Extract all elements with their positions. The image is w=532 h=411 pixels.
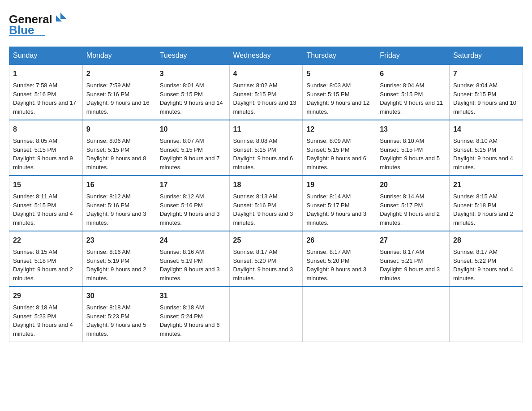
calendar-day-cell: 24Sunrise: 8:16 AMSunset: 5:19 PMDayligh…	[156, 231, 229, 287]
logo: General Blue	[9, 9, 67, 38]
day-info: Sunrise: 8:14 AMSunset: 5:17 PMDaylight:…	[306, 193, 366, 226]
day-number: 2	[86, 68, 152, 79]
day-info: Sunrise: 8:10 AMSunset: 5:15 PMDaylight:…	[380, 137, 440, 171]
day-number: 26	[306, 235, 372, 246]
day-info: Sunrise: 7:58 AMSunset: 5:16 PMDaylight:…	[13, 82, 76, 115]
day-info: Sunrise: 8:17 AMSunset: 5:20 PMDaylight:…	[233, 248, 293, 282]
day-number: 16	[86, 180, 152, 190]
weekday-header-saturday: Saturday	[450, 47, 523, 65]
calendar-day-cell	[303, 287, 376, 342]
day-info: Sunrise: 8:18 AMSunset: 5:24 PMDaylight:…	[160, 304, 220, 337]
day-info: Sunrise: 8:15 AMSunset: 5:18 PMDaylight:…	[453, 193, 513, 226]
calendar-day-cell: 3Sunrise: 8:01 AMSunset: 5:15 PMDaylight…	[156, 64, 229, 120]
weekday-header-row: SundayMondayTuesdayWednesdayThursdayFrid…	[9, 47, 523, 65]
calendar-day-cell: 9Sunrise: 8:06 AMSunset: 5:15 PMDaylight…	[82, 120, 156, 176]
calendar-day-cell: 14Sunrise: 8:10 AMSunset: 5:15 PMDayligh…	[450, 120, 523, 176]
calendar-day-cell: 18Sunrise: 8:13 AMSunset: 5:16 PMDayligh…	[229, 176, 303, 231]
day-number: 14	[453, 124, 519, 135]
calendar-day-cell: 8Sunrise: 8:05 AMSunset: 5:15 PMDaylight…	[9, 120, 83, 176]
day-number: 23	[86, 235, 152, 246]
calendar-day-cell: 29Sunrise: 8:18 AMSunset: 5:23 PMDayligh…	[9, 287, 83, 342]
day-info: Sunrise: 8:04 AMSunset: 5:15 PMDaylight:…	[380, 82, 443, 115]
day-info: Sunrise: 8:16 AMSunset: 5:19 PMDaylight:…	[160, 248, 220, 282]
calendar-day-cell: 6Sunrise: 8:04 AMSunset: 5:15 PMDaylight…	[376, 64, 450, 120]
day-info: Sunrise: 8:18 AMSunset: 5:23 PMDaylight:…	[86, 304, 146, 337]
day-info: Sunrise: 8:06 AMSunset: 5:15 PMDaylight:…	[86, 137, 146, 171]
day-number: 25	[233, 235, 299, 246]
calendar-day-cell: 7Sunrise: 8:04 AMSunset: 5:15 PMDaylight…	[450, 64, 523, 120]
svg-text:Blue: Blue	[9, 23, 34, 36]
day-number: 12	[306, 124, 372, 135]
day-number: 18	[233, 180, 299, 190]
calendar-week-row: 15Sunrise: 8:11 AMSunset: 5:15 PMDayligh…	[9, 176, 523, 231]
calendar-day-cell: 19Sunrise: 8:14 AMSunset: 5:17 PMDayligh…	[303, 176, 376, 231]
day-info: Sunrise: 8:09 AMSunset: 5:15 PMDaylight:…	[306, 137, 366, 171]
day-number: 30	[86, 291, 152, 301]
day-info: Sunrise: 8:02 AMSunset: 5:15 PMDaylight:…	[233, 82, 296, 115]
day-info: Sunrise: 8:10 AMSunset: 5:15 PMDaylight:…	[453, 137, 513, 171]
calendar-day-cell: 30Sunrise: 8:18 AMSunset: 5:23 PMDayligh…	[82, 287, 156, 342]
day-number: 28	[453, 235, 519, 246]
day-number: 6	[380, 68, 446, 79]
calendar-table: SundayMondayTuesdayWednesdayThursdayFrid…	[9, 47, 523, 342]
day-info: Sunrise: 8:17 AMSunset: 5:21 PMDaylight:…	[380, 248, 440, 282]
day-number: 4	[233, 68, 299, 79]
weekday-header-thursday: Thursday	[303, 47, 376, 65]
calendar-day-cell: 31Sunrise: 8:18 AMSunset: 5:24 PMDayligh…	[156, 287, 229, 342]
calendar-day-cell: 21Sunrise: 8:15 AMSunset: 5:18 PMDayligh…	[450, 176, 523, 231]
weekday-header-tuesday: Tuesday	[156, 47, 229, 65]
day-number: 9	[86, 124, 152, 135]
day-number: 8	[13, 124, 79, 135]
day-number: 1	[13, 68, 79, 79]
day-info: Sunrise: 8:13 AMSunset: 5:16 PMDaylight:…	[233, 193, 293, 226]
day-info: Sunrise: 8:04 AMSunset: 5:15 PMDaylight:…	[453, 82, 516, 115]
day-info: Sunrise: 8:11 AMSunset: 5:15 PMDaylight:…	[13, 193, 73, 226]
day-info: Sunrise: 8:12 AMSunset: 5:16 PMDaylight:…	[160, 193, 220, 226]
calendar-day-cell: 12Sunrise: 8:09 AMSunset: 5:15 PMDayligh…	[303, 120, 376, 176]
day-number: 31	[160, 291, 226, 301]
day-info: Sunrise: 8:05 AMSunset: 5:15 PMDaylight:…	[13, 137, 73, 171]
weekday-header-monday: Monday	[82, 47, 156, 65]
day-info: Sunrise: 8:07 AMSunset: 5:15 PMDaylight:…	[160, 137, 220, 171]
calendar-week-row: 22Sunrise: 8:15 AMSunset: 5:18 PMDayligh…	[9, 231, 523, 287]
day-number: 17	[160, 180, 226, 190]
calendar-day-cell: 20Sunrise: 8:14 AMSunset: 5:17 PMDayligh…	[376, 176, 450, 231]
day-info: Sunrise: 8:18 AMSunset: 5:23 PMDaylight:…	[13, 304, 73, 337]
calendar-day-cell: 1Sunrise: 7:58 AMSunset: 5:16 PMDaylight…	[9, 64, 83, 120]
day-number: 3	[160, 68, 226, 79]
calendar-day-cell: 16Sunrise: 8:12 AMSunset: 5:16 PMDayligh…	[82, 176, 156, 231]
day-info: Sunrise: 8:14 AMSunset: 5:17 PMDaylight:…	[380, 193, 440, 226]
calendar-day-cell: 5Sunrise: 8:03 AMSunset: 5:15 PMDaylight…	[303, 64, 376, 120]
day-info: Sunrise: 8:17 AMSunset: 5:20 PMDaylight:…	[306, 248, 366, 282]
logo-text: General Blue	[9, 9, 67, 38]
weekday-header-sunday: Sunday	[9, 47, 83, 65]
calendar-week-row: 29Sunrise: 8:18 AMSunset: 5:23 PMDayligh…	[9, 287, 523, 342]
day-info: Sunrise: 8:12 AMSunset: 5:16 PMDaylight:…	[86, 193, 146, 226]
calendar-day-cell	[229, 287, 303, 342]
calendar-day-cell: 23Sunrise: 8:16 AMSunset: 5:19 PMDayligh…	[82, 231, 156, 287]
day-number: 22	[13, 235, 79, 246]
day-number: 11	[233, 124, 299, 135]
calendar-day-cell: 27Sunrise: 8:17 AMSunset: 5:21 PMDayligh…	[376, 231, 450, 287]
day-number: 27	[380, 235, 446, 246]
calendar-day-cell: 26Sunrise: 8:17 AMSunset: 5:20 PMDayligh…	[303, 231, 376, 287]
day-number: 29	[13, 291, 79, 301]
day-info: Sunrise: 8:15 AMSunset: 5:18 PMDaylight:…	[13, 248, 73, 282]
svg-marker-1	[60, 13, 66, 19]
weekday-header-wednesday: Wednesday	[229, 47, 303, 65]
day-number: 13	[380, 124, 446, 135]
day-info: Sunrise: 8:08 AMSunset: 5:15 PMDaylight:…	[233, 137, 293, 171]
day-number: 7	[453, 68, 519, 79]
day-number: 19	[306, 180, 372, 190]
day-info: Sunrise: 8:01 AMSunset: 5:15 PMDaylight:…	[160, 82, 223, 115]
day-number: 15	[13, 180, 79, 190]
day-info: Sunrise: 8:17 AMSunset: 5:22 PMDaylight:…	[453, 248, 513, 282]
day-number: 10	[160, 124, 226, 135]
page-header: General Blue	[9, 9, 523, 38]
day-number: 20	[380, 180, 446, 190]
calendar-day-cell: 4Sunrise: 8:02 AMSunset: 5:15 PMDaylight…	[229, 64, 303, 120]
calendar-day-cell: 28Sunrise: 8:17 AMSunset: 5:22 PMDayligh…	[450, 231, 523, 287]
calendar-day-cell: 11Sunrise: 8:08 AMSunset: 5:15 PMDayligh…	[229, 120, 303, 176]
calendar-day-cell	[450, 287, 523, 342]
calendar-day-cell: 17Sunrise: 8:12 AMSunset: 5:16 PMDayligh…	[156, 176, 229, 231]
